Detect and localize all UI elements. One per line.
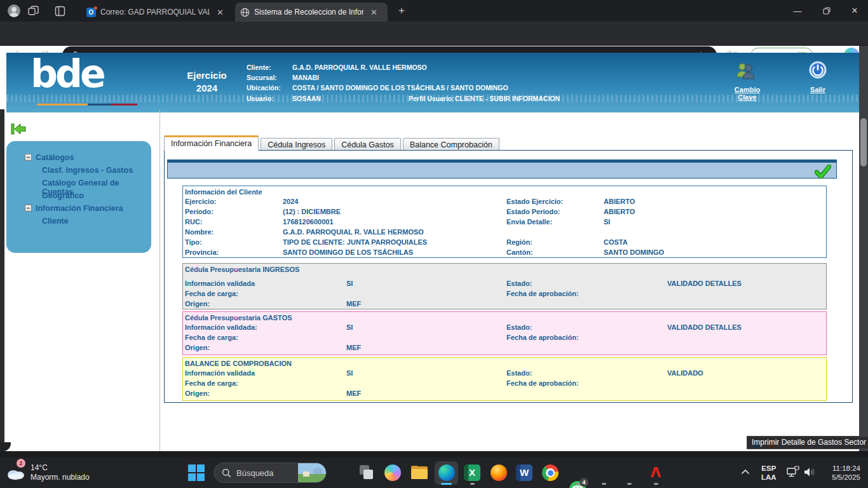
browser-tab-outlook[interactable]: O Correo: GAD PARROQUIAL VALLE ✕ bbox=[81, 3, 233, 22]
edge-running-indicator bbox=[441, 483, 452, 485]
logo-underline bbox=[37, 104, 137, 105]
window-close-button[interactable]: × bbox=[841, 0, 868, 22]
users-icon[interactable] bbox=[735, 62, 756, 79]
field-value: ABIERTO bbox=[604, 208, 635, 215]
scrollbar[interactable] bbox=[859, 46, 868, 451]
collapse-box-icon[interactable] bbox=[25, 154, 32, 161]
excel-icon[interactable]: X bbox=[464, 464, 480, 481]
new-tab-button[interactable]: + bbox=[395, 4, 408, 17]
salir-link[interactable]: Salir bbox=[804, 86, 832, 93]
collapse-box-icon[interactable] bbox=[25, 205, 32, 212]
section-row: Origen: MEF bbox=[183, 299, 826, 309]
file-explorer-icon[interactable] bbox=[411, 464, 428, 481]
perfil-label: Perfil Usuario: bbox=[409, 95, 454, 102]
client-info-box: Información del Cliente Ejercicio: 2024 … bbox=[182, 186, 827, 258]
column-divider bbox=[159, 109, 160, 451]
cedula-gastos-box: Cédula Presupuestaria GASTOS Información… bbox=[182, 311, 827, 355]
edge-icon[interactable] bbox=[438, 464, 455, 481]
clock[interactable]: 11:18:24 5/5/2025 bbox=[824, 464, 860, 482]
field-label: Información validada bbox=[185, 369, 255, 377]
running-indicator bbox=[470, 483, 475, 485]
running-indicator bbox=[654, 483, 658, 485]
tab-balance-comprobacion[interactable]: Balance Comprobación bbox=[403, 138, 499, 151]
section-row: Información validada: SI Estado: VALIDAD… bbox=[183, 323, 826, 333]
field-value: SI bbox=[346, 280, 353, 287]
sidebar-menu: Catálogos Clasf. Ingresos - Gastos Catál… bbox=[6, 141, 151, 253]
section-row: Origen: MEF bbox=[183, 389, 826, 399]
tab-informacion-financiera[interactable]: Información Financiera bbox=[164, 135, 259, 151]
browser-profile-avatar[interactable] bbox=[8, 4, 20, 17]
field-label: Fecha de carga: bbox=[185, 334, 238, 341]
field-value: MEF bbox=[346, 390, 361, 397]
scrollbar-thumb[interactable] bbox=[860, 118, 867, 166]
field-value: SANTO DOMINGO DE LOS TSÁCHILAS bbox=[283, 248, 413, 256]
field-label: Fecha de aprobación: bbox=[506, 334, 579, 341]
section-row: Información validada SI Estado: VALIDADO… bbox=[183, 279, 826, 289]
task-view-icon[interactable] bbox=[358, 464, 375, 481]
tab-actions-icon[interactable] bbox=[55, 6, 65, 17]
sidebar-item-cliente[interactable]: Cliente bbox=[6, 215, 151, 228]
field-value: 2024 bbox=[283, 198, 298, 205]
window-minimize-button[interactable]: — bbox=[783, 0, 812, 22]
status-bar bbox=[167, 159, 837, 179]
sidebar-item-catalogo-general-cuentas[interactable]: Catálogo General de Cuentas bbox=[6, 177, 151, 190]
language-indicator[interactable]: ESPLAA bbox=[761, 464, 776, 482]
network-icon[interactable] bbox=[786, 466, 800, 478]
tray-time: 11:18:24 bbox=[824, 464, 860, 473]
sidebar-item-clasf-ingresos-gastos[interactable]: Clasf. Ingresos - Gastos bbox=[6, 165, 151, 177]
section-row: Fecha de carga: Fecha de aprobación: bbox=[183, 333, 826, 343]
field-value: G.A.D. PARROQUIAL R. VALLE HERMOSO bbox=[283, 228, 424, 236]
window-bottom-edge bbox=[0, 451, 868, 458]
power-icon[interactable] bbox=[808, 60, 827, 79]
collapse-menu-arrow-icon[interactable] bbox=[11, 123, 26, 135]
window-restore-button[interactable] bbox=[812, 0, 841, 22]
word-icon[interactable]: W bbox=[516, 464, 532, 481]
taskbar-search[interactable]: Búsqueda bbox=[214, 463, 327, 483]
sidebar-item-informacion-financiera[interactable]: Información Financiera bbox=[6, 203, 151, 215]
field-label: RUC: bbox=[185, 218, 203, 226]
browser-tab-system[interactable]: Sistema de Recoleccion de Inform ✕ bbox=[235, 3, 388, 22]
sidebar-item-catalogos[interactable]: Catálogos bbox=[6, 152, 151, 165]
acrobat-icon[interactable]: Λ bbox=[648, 464, 664, 481]
tray-chevron-icon[interactable] bbox=[741, 469, 750, 475]
running-indicator bbox=[602, 483, 606, 485]
field-label: Estado: bbox=[506, 280, 532, 287]
cambio-clave-link[interactable]: Cambio Clave bbox=[724, 86, 770, 101]
section-row: Origen: MEF bbox=[183, 343, 826, 353]
firefox-icon[interactable] bbox=[491, 464, 507, 481]
search-daily-image bbox=[298, 463, 326, 483]
browser-tabstrip: O Correo: GAD PARROQUIAL VALLE ✕ Sistema… bbox=[0, 0, 868, 22]
browser-toolbar: https://consulta.bde.fin.ec/WebSim/Login… bbox=[0, 22, 868, 46]
field-label: Estado Ejercicio: bbox=[506, 198, 563, 205]
weather-temp: 14°C bbox=[31, 463, 90, 473]
tab-cedula-gastos[interactable]: Cédula Gastos bbox=[334, 138, 401, 151]
start-button[interactable] bbox=[188, 464, 205, 481]
weather-desc: Mayorm. nublado bbox=[31, 473, 90, 482]
chrome-icon[interactable] bbox=[542, 464, 559, 481]
screen: O Correo: GAD PARROQUIAL VALLE ✕ Sistema… bbox=[0, 0, 868, 488]
tab-cedula-ingresos[interactable]: Cédula Ingresos bbox=[261, 138, 332, 151]
sidebar-item-label: Información Financiera bbox=[36, 204, 123, 213]
box-title: BALANCE DE COMPROBACION bbox=[183, 359, 826, 369]
usuario-label: Usuario: bbox=[247, 95, 274, 102]
field-label: Fecha de carga: bbox=[185, 290, 238, 297]
field-label: Estado: bbox=[506, 369, 532, 377]
sidebar-item-geografico[interactable]: Geográfico bbox=[6, 190, 151, 203]
ejercicio-title: Ejercicio2024 bbox=[167, 69, 247, 95]
tab-close-icon[interactable]: ✕ bbox=[215, 8, 226, 17]
app-header: bde Ejercicio2024 Cliente: G.A.D. PARROQ… bbox=[6, 53, 862, 112]
taskbar-copilot-icon[interactable] bbox=[384, 464, 401, 481]
whatsapp-badge: 4 bbox=[580, 478, 588, 487]
sidebar-item-label: Clasf. Ingresos - Gastos bbox=[42, 166, 133, 175]
field-label: Origen: bbox=[185, 390, 210, 397]
section-row: Fecha de carga: Fecha de aprobación: bbox=[183, 379, 826, 389]
tab-close-icon[interactable]: ✕ bbox=[369, 8, 379, 17]
speaker-icon[interactable] bbox=[803, 466, 816, 478]
content-tabbar: Información Financiera Cédula Ingresos C… bbox=[164, 135, 501, 151]
section-row: Fecha de carga: Fecha de aprobación: bbox=[183, 289, 826, 299]
sucursal-value: MANABI bbox=[292, 74, 319, 81]
tab-group-icon[interactable] bbox=[28, 6, 39, 17]
validated-check-icon[interactable] bbox=[815, 165, 831, 179]
field-label: Región: bbox=[506, 238, 532, 246]
tooltip: Imprimir Detalle de Gastos Sector bbox=[747, 436, 868, 449]
